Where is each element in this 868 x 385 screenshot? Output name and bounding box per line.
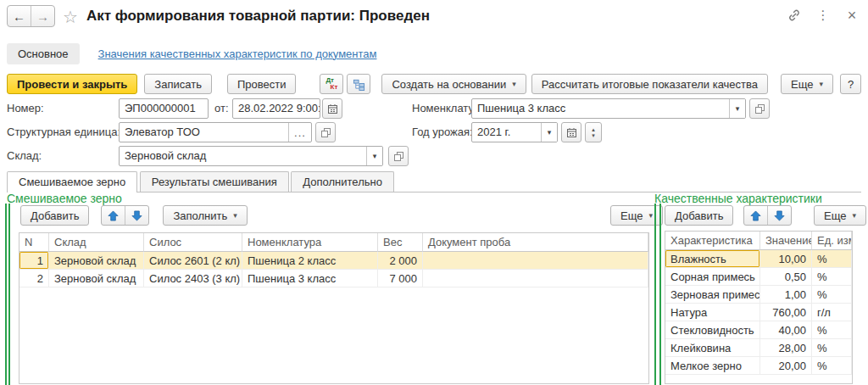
close-icon[interactable]: × — [844, 8, 860, 23]
create-based-on-button[interactable]: Создать на основании ▾ — [381, 74, 526, 94]
dr-cr-icon: ДтКт — [326, 77, 337, 91]
page-title: Акт формирования товарной партии: Провед… — [86, 8, 430, 25]
tab-mixing-results[interactable]: Результаты смешивания — [140, 171, 289, 192]
nomenclature-open-button[interactable] — [749, 98, 770, 119]
table-header-row: Характеристика Значение Ед. изм — [665, 232, 852, 250]
left-table-toolbar: Добавить Заполнить ▾ — [20, 205, 248, 226]
back-icon: ← — [13, 9, 25, 24]
nav-tab-main[interactable]: Основное — [7, 43, 80, 64]
move-up-button[interactable] — [102, 206, 125, 225]
write-button[interactable]: Записать — [144, 74, 212, 94]
structural-unit-open-button[interactable] — [315, 122, 336, 142]
table-header-row: N Склад Силос Номенклатура Вес Документ … — [19, 233, 648, 252]
history-nav: ← → — [7, 5, 55, 27]
left-panel-green-line — [8, 204, 10, 385]
open-icon — [393, 151, 404, 162]
spinner-down-icon: ▾ — [592, 132, 595, 138]
back-button[interactable]: ← — [8, 6, 31, 26]
number-field[interactable]: ЭП000000001 — [119, 98, 209, 119]
harvest-year-field[interactable]: 2021 г. ▾ — [471, 122, 558, 142]
mixed-grain-table: N Склад Силос Номенклатура Вес Документ … — [19, 232, 649, 384]
left-panel-green-line — [5, 204, 7, 385]
table-row[interactable]: 1 Зерновой склад Силос 2601 (2 кл) Пшени… — [19, 252, 648, 270]
warehouse-dropdown-icon[interactable]: ▾ — [366, 147, 382, 165]
tab-mixed-grain[interactable]: Смешиваемое зерно — [7, 171, 137, 192]
date-label: от: — [214, 98, 229, 119]
structure-icon — [353, 78, 365, 91]
calendar-icon — [327, 103, 338, 114]
document-structure-button[interactable] — [347, 74, 370, 94]
spinner-up-icon: ▴ — [592, 126, 595, 132]
harvest-year-label: Год урожая: — [412, 122, 473, 142]
forward-button[interactable]: → — [31, 6, 54, 26]
right-panel-green-line — [659, 204, 661, 385]
fill-button[interactable]: Заполнить ▾ — [163, 205, 247, 226]
forward-icon: → — [36, 9, 49, 24]
table-row[interactable]: Клейковина 28,00 % — [665, 339, 852, 357]
post-button[interactable]: Провести — [227, 74, 297, 94]
col-n[interactable]: N — [19, 233, 49, 252]
col-doc[interactable]: Документ проба — [423, 233, 648, 252]
link-icon[interactable] — [787, 8, 802, 23]
date-calendar-button[interactable] — [322, 98, 342, 119]
more-button[interactable]: Еще ▾ — [781, 74, 833, 94]
chevron-down-icon: ▾ — [648, 211, 653, 220]
arrow-up-icon — [750, 210, 761, 221]
left-panel-title: Смешиваемое зерно — [7, 192, 122, 205]
right-panel-green-line — [654, 204, 656, 385]
left-add-button[interactable]: Добавить — [20, 205, 89, 226]
nomenclature-field[interactable]: Пшеница 3 класс ▾ — [471, 98, 746, 119]
calc-quality-button[interactable]: Рассчитать итоговые показатели качества — [531, 74, 768, 94]
quality-characteristics-table: Характеристика Значение Ед. изм Влажност… — [665, 231, 853, 384]
col-unit[interactable]: Ед. изм — [812, 232, 852, 250]
harvest-year-spinner[interactable]: ▴ ▾ — [585, 122, 602, 142]
right-add-button[interactable]: Добавить — [665, 205, 733, 226]
chevron-down-icon: ▾ — [852, 211, 856, 220]
harvest-year-dropdown-icon[interactable]: ▾ — [541, 123, 557, 142]
table-row[interactable]: Мелкое зерно 20,00 % — [665, 357, 852, 375]
move-buttons — [743, 205, 792, 226]
move-down-button[interactable] — [125, 206, 148, 225]
arrow-down-icon — [131, 210, 142, 221]
warehouse-field[interactable]: Зерновой склад ▾ — [119, 146, 383, 166]
more-menu-icon[interactable]: ⋮ — [815, 8, 831, 23]
structural-unit-field[interactable]: Элеватор ТОО ... — [119, 122, 312, 142]
move-buttons — [101, 205, 149, 226]
warehouse-open-button[interactable] — [388, 146, 409, 166]
table-row[interactable]: Влажность 10,00 % — [665, 250, 852, 268]
col-value[interactable]: Значение — [760, 232, 812, 250]
table-row[interactable]: 2 Зерновой склад Силос 2403 (3 кл) Пшени… — [19, 270, 648, 287]
table-row[interactable]: Натура 760,00 г/л — [665, 304, 852, 321]
move-down-button[interactable] — [767, 206, 791, 225]
dr-cr-register-button[interactable]: ДтКт — [320, 74, 343, 94]
page-tabs: Смешиваемое зерно Результаты смешивания … — [7, 171, 861, 192]
move-up-button[interactable] — [744, 206, 767, 225]
section-nav: Основное Значения качественных характери… — [7, 42, 376, 64]
structural-unit-label: Структурная единица: — [7, 122, 120, 142]
col-silo[interactable]: Силос — [144, 233, 242, 252]
harvest-year-calendar-button[interactable] — [561, 122, 581, 142]
nav-link-quality-values[interactable]: Значения качественных характеристик по д… — [98, 47, 377, 60]
col-warehouse[interactable]: Склад — [49, 233, 144, 252]
chevron-down-icon: ▾ — [233, 211, 237, 220]
right-table-toolbar: Добавить — [665, 205, 792, 226]
structural-unit-select-icon[interactable]: ... — [288, 123, 311, 142]
help-button[interactable]: ? — [840, 74, 861, 94]
chevron-down-icon: ▾ — [512, 80, 516, 88]
post-and-close-button[interactable]: Провести и закрыть — [7, 74, 137, 94]
col-characteristic[interactable]: Характеристика — [665, 232, 760, 250]
date-field[interactable]: 28.02.2022 9:00:00 — [232, 98, 320, 119]
calendar-icon — [566, 127, 577, 138]
col-weight[interactable]: Вес — [378, 233, 423, 252]
tab-additional[interactable]: Дополнительно — [291, 171, 394, 192]
table-row[interactable]: Сорная примесь 0,50 % — [665, 268, 852, 286]
command-toolbar: Провести и закрыть Записать Провести ДтК… — [7, 73, 861, 95]
table-row[interactable]: Зерновая примесь 1,00 % — [665, 286, 852, 304]
right-more-button[interactable]: Еще ▾ — [814, 205, 866, 226]
arrow-up-icon — [108, 210, 119, 221]
nomenclature-dropdown-icon[interactable]: ▾ — [729, 99, 745, 118]
col-nomenclature[interactable]: Номенклатура — [242, 233, 378, 252]
table-row[interactable]: Стекловидность 40,00 % — [665, 321, 852, 339]
favorite-star-icon[interactable]: ☆ — [63, 7, 78, 27]
open-icon — [320, 127, 331, 138]
